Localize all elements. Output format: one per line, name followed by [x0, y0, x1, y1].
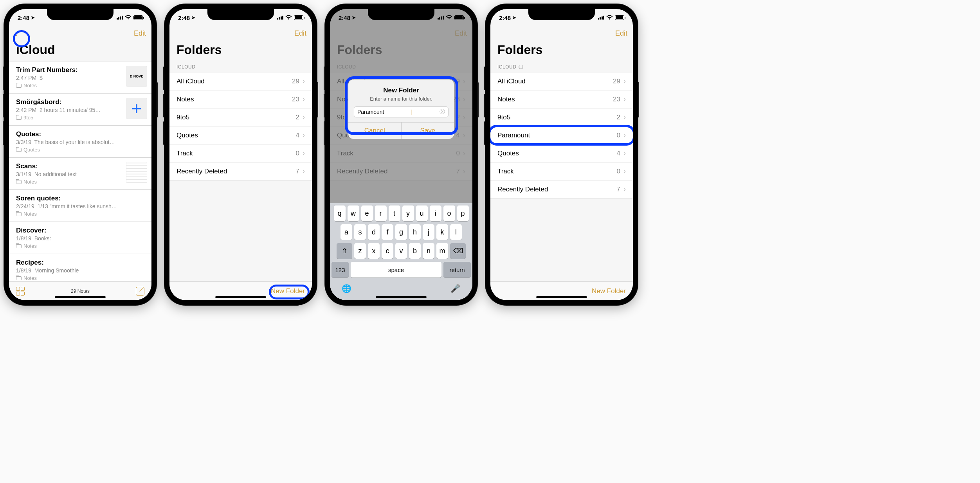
page-title: Folders [169, 42, 312, 61]
folder-row[interactable]: Track0› [490, 162, 633, 180]
folder-row[interactable]: Quotes4› [490, 144, 633, 162]
key-p[interactable]: p [457, 205, 469, 221]
key-backspace[interactable]: ⌫ [450, 243, 466, 259]
folder-row[interactable]: Quotes4› [169, 126, 312, 144]
key-y[interactable]: y [402, 205, 414, 221]
key-n[interactable]: n [423, 243, 434, 259]
page-title: Folders [490, 42, 633, 61]
note-row[interactable]: Recipes: 1/8/19 Morning Smoothie Notes [9, 254, 151, 281]
cancel-button[interactable]: Cancel [348, 123, 402, 139]
note-row[interactable]: Quotes: 3/3/19 The basis of your life is… [9, 125, 151, 157]
phone-4: 2:48➤ Edit Folders ICLOUD All iCloud29›N… [485, 4, 638, 305]
key-123[interactable]: 123 [331, 262, 349, 278]
section-header: ICLOUD [169, 61, 312, 72]
keyboard[interactable]: qwertyuiop asdfghjkl ⇧zxcvbnm⌫ 123 space… [330, 203, 472, 300]
folder-row[interactable]: Notes23› [169, 90, 312, 108]
note-row[interactable]: Scans: 3/1/19 No additional text Notes [9, 157, 151, 189]
note-count: 29 Notes [71, 288, 90, 294]
folder-row[interactable]: 9to52› [169, 108, 312, 126]
battery-icon [133, 15, 143, 20]
gallery-icon[interactable] [16, 287, 25, 296]
key-g[interactable]: g [395, 224, 407, 240]
folder-row[interactable]: Recently Deleted7› [490, 180, 633, 198]
wifi-icon [125, 14, 132, 21]
key-e[interactable]: e [361, 205, 373, 221]
page-title: iCloud [9, 42, 151, 61]
phone-1: 2:48➤ ‹ Edit iCloud Trim Part Numbers: 2… [4, 4, 157, 305]
new-folder-alert: New Folder Enter a name for this folder.… [348, 79, 454, 139]
edit-button[interactable]: Edit [615, 29, 627, 38]
key-z[interactable]: z [354, 243, 366, 259]
phone-3: 2:48➤ Edit Folders ICLOUD All iCloud29›N… [325, 4, 477, 305]
edit-button[interactable]: Edit [134, 29, 146, 38]
key-q[interactable]: q [334, 205, 346, 221]
alert-message: Enter a name for this folder. [354, 96, 449, 102]
note-row[interactable]: Discover: 1/8/19 Books: Notes [9, 222, 151, 254]
key-j[interactable]: j [423, 224, 434, 240]
home-indicator[interactable] [55, 296, 106, 298]
folder-name-input[interactable]: Paramount| ⓧ [354, 106, 449, 117]
folder-row[interactable]: Paramount0› [490, 126, 633, 144]
key-o[interactable]: o [443, 205, 455, 221]
key-d[interactable]: d [368, 224, 380, 240]
folder-row[interactable]: Recently Deleted7› [169, 162, 312, 180]
folder-row[interactable]: Notes23› [490, 90, 633, 108]
clear-input-icon[interactable]: ⓧ [440, 108, 445, 115]
back-button[interactable]: ‹ [14, 27, 18, 40]
phone-2: 2:48➤ Edit Folders ICLOUD All iCloud29›N… [164, 4, 317, 305]
key-return[interactable]: return [443, 262, 471, 278]
key-x[interactable]: x [368, 243, 380, 259]
key-l[interactable]: l [450, 224, 462, 240]
globe-icon[interactable]: 🌐 [342, 284, 352, 294]
note-row[interactable]: Smörgåsbord: 2:42 PM 2 hours 11 minutes/… [9, 93, 151, 125]
key-u[interactable]: u [416, 205, 428, 221]
note-row[interactable]: Soren quotes: 2/24/19 1/13 "mmm it taste… [9, 189, 151, 222]
mic-icon[interactable]: 🎤 [450, 284, 461, 294]
key-shift[interactable]: ⇧ [337, 243, 352, 259]
key-b[interactable]: b [409, 243, 421, 259]
key-m[interactable]: m [436, 243, 448, 259]
key-v[interactable]: v [395, 243, 407, 259]
key-r[interactable]: r [375, 205, 387, 221]
key-w[interactable]: w [348, 205, 359, 221]
key-k[interactable]: k [436, 224, 448, 240]
new-folder-button[interactable]: New Folder [271, 287, 305, 295]
location-icon: ➤ [31, 15, 35, 20]
save-button[interactable]: Save [402, 123, 454, 139]
nav-bar: ‹ Edit [9, 25, 151, 42]
key-t[interactable]: t [389, 205, 400, 221]
compose-icon[interactable] [136, 287, 144, 296]
spinner-icon [519, 65, 523, 69]
folder-row[interactable]: All iCloud29› [490, 72, 633, 90]
key-c[interactable]: c [382, 243, 393, 259]
section-header: ICLOUD [490, 61, 633, 72]
key-a[interactable]: a [340, 224, 352, 240]
cellular-icon [117, 16, 123, 20]
key-s[interactable]: s [354, 224, 366, 240]
folder-row[interactable]: All iCloud29› [169, 72, 312, 90]
edit-button[interactable]: Edit [294, 29, 306, 38]
folder-row[interactable]: 9to52› [490, 108, 633, 126]
new-folder-button[interactable]: New Folder [592, 287, 626, 295]
key-h[interactable]: h [409, 224, 421, 240]
alert-title: New Folder [354, 87, 449, 94]
note-row[interactable]: Trim Part Numbers: 2:47 PM $ NotesD NOVE [9, 61, 151, 93]
folder-row[interactable]: Track0› [169, 144, 312, 162]
key-space[interactable]: space [351, 262, 441, 278]
key-i[interactable]: i [430, 205, 441, 221]
key-f[interactable]: f [382, 224, 393, 240]
